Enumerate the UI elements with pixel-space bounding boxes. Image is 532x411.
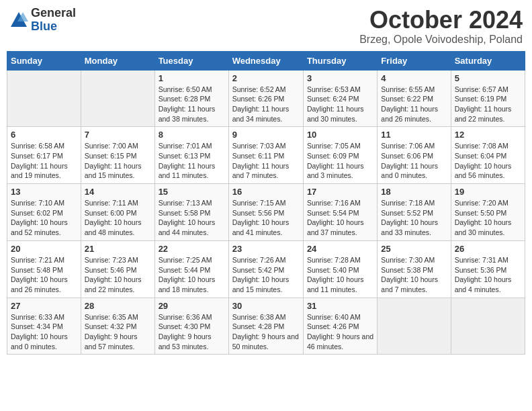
calendar-cell: 8Sunrise: 7:01 AM Sunset: 6:13 PM Daylig… — [154, 127, 228, 184]
day-number: 23 — [232, 244, 300, 254]
calendar-body: 1Sunrise: 6:50 AM Sunset: 6:28 PM Daylig… — [7, 70, 525, 355]
day-number: 18 — [381, 187, 447, 197]
calendar-cell: 7Sunrise: 7:00 AM Sunset: 6:15 PM Daylig… — [81, 127, 154, 184]
day-number: 26 — [455, 244, 521, 254]
day-number: 20 — [11, 244, 77, 254]
day-number: 24 — [307, 244, 373, 254]
day-number: 25 — [381, 244, 447, 254]
title-block: October 2024 Brzeg, Opole Voivodeship, P… — [359, 7, 523, 46]
day-number: 10 — [307, 130, 373, 140]
calendar-cell — [7, 70, 81, 127]
calendar-header-row: SundayMondayTuesdayWednesdayThursdayFrid… — [7, 51, 525, 70]
calendar-cell: 4Sunrise: 6:55 AM Sunset: 6:22 PM Daylig… — [378, 70, 451, 127]
month-title: October 2024 — [359, 7, 523, 34]
calendar-cell — [81, 70, 154, 127]
calendar-cell: 12Sunrise: 7:08 AM Sunset: 6:04 PM Dayli… — [451, 127, 525, 184]
calendar-cell: 21Sunrise: 7:23 AM Sunset: 5:46 PM Dayli… — [81, 240, 154, 298]
day-info: Sunrise: 6:52 AM Sunset: 6:26 PM Dayligh… — [232, 85, 300, 124]
day-info: Sunrise: 6:36 AM Sunset: 4:30 PM Dayligh… — [159, 312, 225, 352]
day-header: Saturday — [451, 51, 525, 70]
day-info: Sunrise: 7:18 AM Sunset: 5:52 PM Dayligh… — [381, 198, 447, 238]
calendar-table: SundayMondayTuesdayWednesdayThursdayFrid… — [7, 51, 525, 355]
day-info: Sunrise: 6:50 AM Sunset: 6:28 PM Dayligh… — [159, 85, 225, 124]
calendar-cell: 20Sunrise: 7:21 AM Sunset: 5:48 PM Dayli… — [7, 240, 81, 298]
day-number: 14 — [85, 187, 151, 197]
location: Brzeg, Opole Voivodeship, Poland — [359, 34, 523, 46]
calendar-cell: 3Sunrise: 6:53 AM Sunset: 6:24 PM Daylig… — [303, 70, 377, 127]
day-info: Sunrise: 7:01 AM Sunset: 6:13 PM Dayligh… — [159, 141, 225, 181]
day-info: Sunrise: 7:30 AM Sunset: 5:38 PM Dayligh… — [381, 255, 447, 295]
calendar-cell: 5Sunrise: 6:57 AM Sunset: 6:19 PM Daylig… — [451, 70, 525, 127]
calendar-cell: 25Sunrise: 7:30 AM Sunset: 5:38 PM Dayli… — [378, 240, 451, 298]
day-header: Monday — [81, 51, 154, 70]
day-number: 22 — [159, 244, 225, 254]
day-info: Sunrise: 6:33 AM Sunset: 4:34 PM Dayligh… — [11, 312, 77, 352]
day-number: 30 — [232, 301, 300, 311]
day-number: 12 — [455, 130, 521, 140]
day-number: 6 — [11, 130, 77, 140]
calendar-cell: 27Sunrise: 6:33 AM Sunset: 4:34 PM Dayli… — [7, 298, 81, 355]
day-number: 17 — [307, 187, 373, 197]
day-number: 16 — [232, 187, 300, 197]
day-header: Thursday — [303, 51, 377, 70]
calendar-cell: 6Sunrise: 6:58 AM Sunset: 6:17 PM Daylig… — [7, 127, 81, 184]
day-info: Sunrise: 7:16 AM Sunset: 5:54 PM Dayligh… — [307, 198, 373, 238]
day-info: Sunrise: 7:31 AM Sunset: 5:36 PM Dayligh… — [455, 255, 521, 295]
calendar-week-row: 27Sunrise: 6:33 AM Sunset: 4:34 PM Dayli… — [7, 298, 525, 355]
day-number: 3 — [307, 73, 373, 83]
day-number: 31 — [307, 301, 373, 311]
calendar-cell: 30Sunrise: 6:38 AM Sunset: 4:28 PM Dayli… — [228, 298, 303, 355]
day-number: 15 — [159, 187, 225, 197]
day-info: Sunrise: 6:35 AM Sunset: 4:32 PM Dayligh… — [85, 312, 151, 352]
day-number: 9 — [232, 130, 300, 140]
day-number: 28 — [85, 301, 151, 311]
calendar-cell: 11Sunrise: 7:06 AM Sunset: 6:06 PM Dayli… — [378, 127, 451, 184]
calendar-cell: 10Sunrise: 7:05 AM Sunset: 6:09 PM Dayli… — [303, 127, 377, 184]
day-info: Sunrise: 7:00 AM Sunset: 6:15 PM Dayligh… — [85, 141, 151, 181]
calendar-week-row: 1Sunrise: 6:50 AM Sunset: 6:28 PM Daylig… — [7, 70, 525, 127]
calendar-cell: 26Sunrise: 7:31 AM Sunset: 5:36 PM Dayli… — [451, 240, 525, 298]
day-number: 11 — [381, 130, 447, 140]
calendar-cell: 29Sunrise: 6:36 AM Sunset: 4:30 PM Dayli… — [154, 298, 228, 355]
calendar-week-row: 20Sunrise: 7:21 AM Sunset: 5:48 PM Dayli… — [7, 240, 525, 298]
day-info: Sunrise: 7:10 AM Sunset: 6:02 PM Dayligh… — [11, 198, 77, 238]
calendar-cell: 14Sunrise: 7:11 AM Sunset: 6:00 PM Dayli… — [81, 184, 154, 241]
day-number: 8 — [159, 130, 225, 140]
day-info: Sunrise: 7:05 AM Sunset: 6:09 PM Dayligh… — [307, 141, 373, 181]
day-number: 5 — [455, 73, 521, 83]
calendar-cell: 16Sunrise: 7:15 AM Sunset: 5:56 PM Dayli… — [228, 184, 303, 241]
day-number: 27 — [11, 301, 77, 311]
day-info: Sunrise: 6:40 AM Sunset: 4:26 PM Dayligh… — [307, 312, 373, 352]
page-header: General Blue October 2024 Brzeg, Opole V… — [7, 7, 525, 46]
day-info: Sunrise: 7:08 AM Sunset: 6:04 PM Dayligh… — [455, 141, 521, 181]
calendar-cell: 17Sunrise: 7:16 AM Sunset: 5:54 PM Dayli… — [303, 184, 377, 241]
calendar-week-row: 6Sunrise: 6:58 AM Sunset: 6:17 PM Daylig… — [7, 127, 525, 184]
calendar-cell: 13Sunrise: 7:10 AM Sunset: 6:02 PM Dayli… — [7, 184, 81, 241]
day-info: Sunrise: 7:21 AM Sunset: 5:48 PM Dayligh… — [11, 255, 77, 295]
calendar-cell: 19Sunrise: 7:20 AM Sunset: 5:50 PM Dayli… — [451, 184, 525, 241]
calendar-cell: 2Sunrise: 6:52 AM Sunset: 6:26 PM Daylig… — [228, 70, 303, 127]
day-info: Sunrise: 7:11 AM Sunset: 6:00 PM Dayligh… — [85, 198, 151, 238]
day-info: Sunrise: 7:26 AM Sunset: 5:42 PM Dayligh… — [232, 255, 300, 295]
day-number: 29 — [159, 301, 225, 311]
day-number: 21 — [85, 244, 151, 254]
day-number: 13 — [11, 187, 77, 197]
day-header: Sunday — [7, 51, 81, 70]
day-info: Sunrise: 7:25 AM Sunset: 5:44 PM Dayligh… — [159, 255, 225, 295]
logo-text: General Blue — [31, 7, 76, 34]
day-number: 7 — [85, 130, 151, 140]
day-info: Sunrise: 6:53 AM Sunset: 6:24 PM Dayligh… — [307, 85, 373, 124]
day-info: Sunrise: 7:20 AM Sunset: 5:50 PM Dayligh… — [455, 198, 521, 238]
calendar-cell: 28Sunrise: 6:35 AM Sunset: 4:32 PM Dayli… — [81, 298, 154, 355]
calendar-cell: 22Sunrise: 7:25 AM Sunset: 5:44 PM Dayli… — [154, 240, 228, 298]
day-info: Sunrise: 7:23 AM Sunset: 5:46 PM Dayligh… — [85, 255, 151, 295]
calendar-cell: 9Sunrise: 7:03 AM Sunset: 6:11 PM Daylig… — [228, 127, 303, 184]
day-info: Sunrise: 7:03 AM Sunset: 6:11 PM Dayligh… — [232, 141, 300, 181]
day-info: Sunrise: 7:13 AM Sunset: 5:58 PM Dayligh… — [159, 198, 225, 238]
day-info: Sunrise: 7:28 AM Sunset: 5:40 PM Dayligh… — [307, 255, 373, 295]
logo-icon — [9, 11, 28, 30]
calendar-cell: 31Sunrise: 6:40 AM Sunset: 4:26 PM Dayli… — [303, 298, 377, 355]
logo-general: General — [31, 7, 76, 20]
day-info: Sunrise: 6:55 AM Sunset: 6:22 PM Dayligh… — [381, 85, 447, 124]
calendar-cell — [451, 298, 525, 355]
